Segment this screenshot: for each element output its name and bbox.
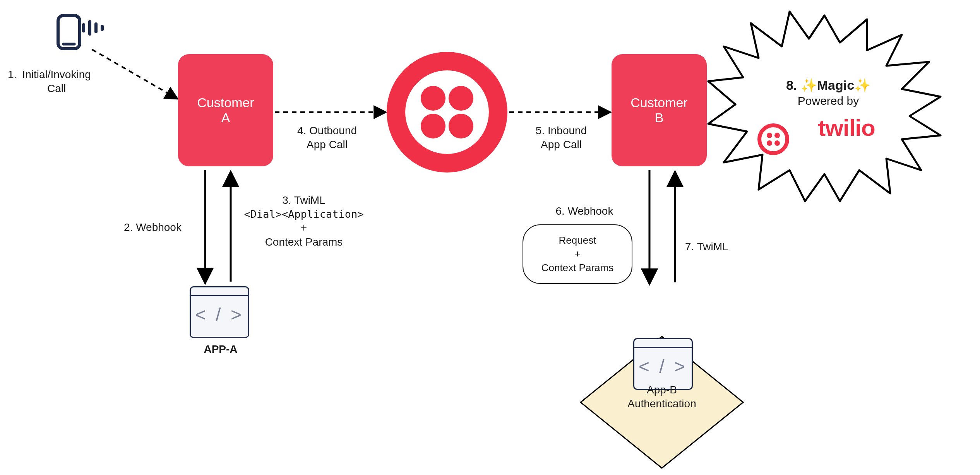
app-a-label: APP-A xyxy=(190,342,252,356)
label-step7: 7. TwiML xyxy=(685,240,751,254)
label-step3-line4: Context Params xyxy=(240,235,368,249)
svg-point-9 xyxy=(449,86,473,111)
label-step5-line1: 5. Inbound xyxy=(519,124,604,138)
label-step3-line1: 3. TwiML xyxy=(240,193,368,207)
twilio-logo-icon xyxy=(387,52,507,173)
svg-layer xyxy=(0,0,980,475)
bubble-line2: + xyxy=(574,247,580,261)
svg-point-8 xyxy=(421,86,445,111)
magic-line2: Powered by xyxy=(759,94,898,108)
code-box-app-b: < / > xyxy=(633,338,693,390)
svg-point-7 xyxy=(405,70,489,154)
label-step5: 5. Inbound App Call xyxy=(519,124,604,152)
diamond-line1: App-B xyxy=(604,383,720,397)
label-step4-line1: 4. Outbound xyxy=(283,124,372,138)
label-step3: 3. TwiML <Dial><Application> + Context P… xyxy=(240,193,368,249)
code-icon: < / > xyxy=(191,287,248,337)
diagram-canvas: Customer A Customer B < / > APP-A < / > … xyxy=(0,0,980,475)
code-box-app-a: < / > xyxy=(190,286,249,338)
magic-line1: 8. ✨Magic✨ xyxy=(759,77,898,93)
label-step1-line2: Call xyxy=(22,82,91,96)
magic-caption: 8. ✨Magic✨ Powered by twilio xyxy=(759,77,898,141)
phone-sound-icon xyxy=(58,15,102,49)
svg-point-17 xyxy=(774,140,780,146)
node-customer-b: Customer B xyxy=(612,54,707,166)
svg-point-10 xyxy=(421,114,445,138)
bubble-line3: Context Params xyxy=(541,261,613,275)
label-step4: 4. Outbound App Call xyxy=(283,124,372,152)
svg-point-16 xyxy=(767,140,772,146)
label-step5-line2: App Call xyxy=(519,138,604,152)
label-step1-num: 1. xyxy=(8,68,17,96)
code-icon: < / > xyxy=(634,339,692,389)
node-customer-a-label: Customer A xyxy=(197,95,254,125)
label-step1: 1. Initial/Invoking Call xyxy=(8,68,139,96)
diamond-line2: Authentication xyxy=(604,397,720,411)
label-step3-line3: + xyxy=(240,221,368,235)
bubble-line1: Request xyxy=(559,234,596,247)
label-step3-line2: <Dial><Application> xyxy=(240,207,368,221)
node-customer-a: Customer A xyxy=(178,54,273,166)
label-step1-line1: Initial/Invoking xyxy=(22,68,91,82)
node-customer-b-label: Customer B xyxy=(630,95,687,125)
bubble-request-context: Request + Context Params xyxy=(523,224,632,284)
svg-point-11 xyxy=(449,114,473,138)
diamond-text: App-B Authentication xyxy=(604,383,720,411)
twilio-wordmark: twilio xyxy=(818,114,875,141)
label-step4-line2: App Call xyxy=(283,138,372,152)
label-step6: 6. Webhook xyxy=(542,204,627,218)
label-step2: 2. Webhook xyxy=(124,220,201,234)
